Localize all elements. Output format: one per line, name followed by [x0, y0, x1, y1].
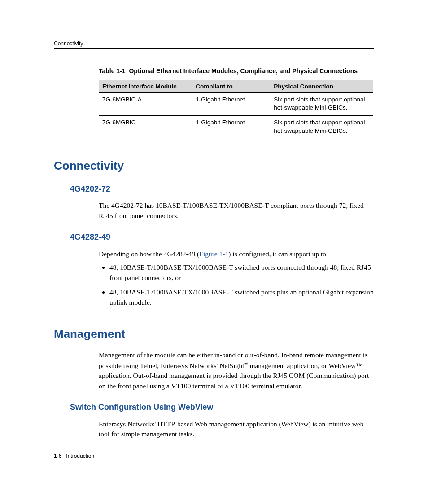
th-physical: Physical Connection — [270, 80, 373, 92]
para-management: Management of the module can be either i… — [99, 350, 374, 391]
cell-compliant: 1-Gigabit Ethernet — [192, 116, 270, 139]
cell-module: 7G-6MGBIC — [99, 116, 192, 139]
registered-mark: ® — [244, 361, 248, 366]
th-module: Ethernet Interface Module — [99, 80, 192, 92]
para-4g4282-49-pre: Depending on how the 4G4282-49 ( — [99, 250, 199, 258]
para-webview: Enterasys Networks' HTTP-based Web manag… — [99, 419, 374, 439]
cell-compliant: 1-Gigabit Ethernet — [192, 92, 270, 115]
bullets-4g4282-49: 48, 10BASE-T/100BASE-TX/1000BASE-T switc… — [99, 263, 374, 307]
th-compliant: Compliant to — [192, 80, 270, 92]
cell-physical: Six port slots that support optional hot… — [270, 92, 373, 115]
para-4g4282-49-post: ) is configured, it can support up to — [228, 250, 326, 258]
table-caption: Table 1-1 Optional Ethernet Interface Mo… — [99, 67, 374, 75]
heading-4g4282-49: 4G4282-49 — [70, 232, 374, 242]
heading-connectivity: Connectivity — [54, 159, 374, 173]
footer-page-number: 1-6 — [54, 453, 61, 459]
heading-webview: Switch Configuration Using WebView — [70, 403, 374, 412]
table-header-row: Ethernet Interface Module Compliant to P… — [99, 80, 373, 92]
footer-chapter-label: Introduction — [66, 453, 94, 459]
para-4g4282-49: Depending on how the 4G4282-49 (Figure 1… — [99, 249, 374, 259]
table-row: 7G-6MGBIC 1-Gigabit Ethernet Six port sl… — [99, 116, 373, 139]
figure-1-1-link[interactable]: Figure 1-1 — [199, 250, 228, 258]
para-4g4202-72: The 4G4202-72 has 10BASE-T/100BASE-TX/10… — [99, 201, 374, 221]
heading-management: Management — [54, 327, 374, 341]
page: Connectivity Table 1-1 Optional Ethernet… — [0, 0, 428, 504]
modules-table: Ethernet Interface Module Compliant to P… — [99, 80, 373, 139]
table-row: 7G-6MGBIC-A 1-Gigabit Ethernet Six port … — [99, 92, 373, 115]
table-caption-text: Optional Ethernet Interface Modules, Com… — [129, 67, 358, 75]
list-item: 48, 10BASE-T/100BASE-TX/1000BASE-T switc… — [109, 263, 374, 283]
heading-4g4202-72: 4G4202-72 — [70, 184, 374, 194]
cell-module: 7G-6MGBIC-A — [99, 92, 192, 115]
cell-physical: Six port slots that support optional hot… — [270, 116, 373, 139]
page-footer: 1-6 Introduction — [54, 453, 94, 459]
table-caption-number: Table 1-1 — [99, 67, 126, 75]
list-item: 48, 10BASE-T/100BASE-TX/1000BASE-T switc… — [109, 287, 374, 307]
running-header: Connectivity — [54, 40, 374, 49]
